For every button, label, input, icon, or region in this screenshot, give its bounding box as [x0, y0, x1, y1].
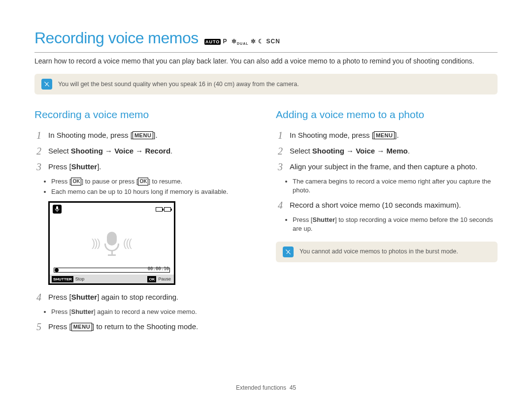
intro-text: Learn how to record a voice memo that yo…	[34, 57, 498, 66]
step-text: Align your subject in the frame, and the…	[290, 161, 498, 172]
note-text: You cannot add voice memos to photos in …	[299, 247, 458, 256]
left-column: Recording a voice memo 1 In Shooting mod…	[34, 107, 256, 337]
step-2: 2 Select Shooting → Voice → Record.	[34, 146, 256, 156]
step-text: Press [	[48, 322, 71, 331]
step-number: 1	[276, 130, 285, 141]
page-title: Recording voice memos	[34, 27, 199, 49]
mode-icons: AUTO P ✲DUAL ✲ ☾ SCN	[204, 37, 280, 46]
mic-icon	[53, 205, 62, 214]
step-number: 3	[34, 161, 43, 172]
step-text: ].	[153, 131, 157, 139]
step-4: 4 Press [Shutter] again to stop recordin…	[34, 292, 256, 303]
step-5: 5 Press [MENU] to return to the Shooting…	[34, 321, 256, 332]
camera-screen-illustration: ))) ))) 00:00:10 SHUTTER Stop OK Pause	[48, 201, 175, 285]
shutter-key: Shutter	[71, 293, 98, 301]
step-4-bullets: Press [Shutter] to stop recording a voic…	[293, 216, 498, 233]
note-callout: You cannot add voice memos to photos in …	[276, 242, 498, 262]
step-number: 4	[34, 292, 43, 303]
step-number: 2	[34, 146, 43, 156]
menu-key: MENU	[71, 323, 92, 331]
shutter-key: Shutter	[312, 216, 335, 223]
step-text: ] again to stop recording.	[97, 293, 178, 301]
step-number: 4	[276, 200, 285, 211]
step-text: Select	[290, 147, 312, 155]
step-number: 2	[276, 146, 285, 156]
footer-page-number: 45	[290, 384, 296, 391]
svg-rect-0	[56, 206, 58, 210]
step-text: Record a short voice memo (10 seconds ma…	[290, 200, 498, 211]
section-title-right: Adding a voice memo to a photo	[276, 107, 498, 122]
step-text: ].	[395, 131, 399, 139]
stop-label: Stop	[75, 276, 85, 282]
pause-label: Pause	[158, 276, 171, 282]
step-3-bullets: The camera begins to record a voice memo…	[293, 177, 498, 195]
list-item: The camera begins to record a voice memo…	[293, 177, 498, 195]
menu-key: MENU	[374, 131, 395, 139]
right-column: Adding a voice memo to a photo 1 In Shoo…	[276, 107, 498, 337]
step-text: .	[170, 147, 172, 155]
battery-icon	[156, 207, 171, 212]
step-3-bullets: Press [OK] to pause or press [OK] to res…	[51, 177, 256, 196]
step-1: 1 In Shooting mode, press [MENU].	[276, 130, 498, 141]
list-item: Press [OK] to pause or press [OK] to res…	[51, 177, 256, 186]
step-number: 3	[276, 161, 285, 172]
footer-section: Extended functions	[236, 384, 286, 391]
ok-tag: OK	[147, 276, 156, 282]
ok-key: OK	[71, 178, 81, 185]
step-3: 3 Align your subject in the frame, and t…	[276, 161, 498, 172]
note-icon	[41, 79, 52, 90]
divider	[34, 52, 498, 53]
step-text: Press [	[48, 293, 71, 301]
ok-key: OK	[138, 178, 148, 185]
elapsed-time: 00:00:10	[148, 266, 169, 272]
step-4-bullets: Press [Shutter] again to record a new vo…	[51, 308, 256, 316]
step-3: 3 Press [Shutter].	[34, 161, 256, 172]
step-text: Press [	[48, 162, 71, 171]
microphone-icon	[103, 232, 120, 254]
sound-wave-icon: )))	[92, 236, 100, 251]
page-footer: Extended functions 45	[0, 384, 532, 392]
list-item: Press [Shutter] again to record a new vo…	[51, 308, 256, 316]
step-text: In Shooting mode, press [	[48, 131, 133, 139]
step-text: .	[408, 147, 410, 155]
tip-text: You will get the best sound quality when…	[58, 80, 299, 89]
step-text: Select	[48, 147, 71, 155]
section-title-left: Recording a voice memo	[34, 107, 256, 122]
header-row: Recording voice memos AUTO P ✲DUAL ✲ ☾ S…	[34, 27, 498, 49]
step-4: 4 Record a short voice memo (10 seconds …	[276, 200, 498, 211]
step-1: 1 In Shooting mode, press [MENU].	[34, 130, 256, 141]
shutter-key: Shutter	[71, 308, 94, 315]
step-number: 5	[34, 321, 43, 332]
shutter-tag: SHUTTER	[52, 276, 73, 282]
sound-wave-icon: )))	[124, 236, 132, 251]
menu-path: Shooting → Voice → Record	[71, 147, 170, 155]
screen-bottom-bar: SHUTTER Stop OK Pause	[50, 275, 174, 283]
step-text: In Shooting mode, press [	[290, 131, 374, 139]
menu-key: MENU	[133, 131, 153, 139]
note-icon	[283, 247, 294, 257]
step-2: 2 Select Shooting → Voice → Memo.	[276, 146, 498, 156]
step-number: 1	[34, 130, 43, 141]
shutter-key: Shutter	[71, 162, 98, 171]
step-text: ].	[97, 162, 101, 171]
tip-callout: You will get the best sound quality when…	[34, 74, 498, 94]
list-item: Each memo can be up to 10 hours long if …	[51, 187, 256, 196]
menu-path: Shooting → Voice → Memo	[312, 147, 408, 155]
list-item: Press [Shutter] to stop recording a voic…	[293, 216, 498, 233]
step-text: ] to return to the Shooting mode.	[92, 322, 198, 331]
